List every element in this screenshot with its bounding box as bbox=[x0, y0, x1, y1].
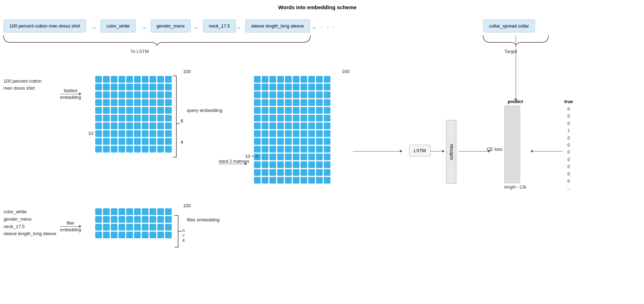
lstm-box: LSTM bbox=[409, 145, 431, 156]
filter-matrix bbox=[95, 208, 172, 238]
brace-to-lstm bbox=[4, 35, 310, 49]
combined-matrix bbox=[254, 76, 330, 184]
seq-box-4: sleeve length_long sleeve bbox=[245, 19, 310, 32]
seq-box-3: neck_17.5 bbox=[203, 19, 236, 32]
true-values-list: 0 0 0 1 0 0 0 0 0 0 0 ... bbox=[564, 106, 573, 192]
query-label: 100 percent cotton men dress shirt bbox=[4, 78, 42, 91]
filter-n-label: n = 4 bbox=[175, 215, 185, 248]
ce-loss-left-arrow bbox=[531, 151, 563, 151]
query-embedding-label: query embedding bbox=[187, 108, 222, 113]
seq-box-1: color_white bbox=[101, 19, 136, 32]
seq-box-0: 100 percent cotton men dress shirt bbox=[4, 19, 86, 32]
combined-matrix-top-label: 100 bbox=[307, 69, 384, 74]
predict-bar bbox=[504, 106, 520, 183]
filter-matrix-top-label: 100 bbox=[152, 203, 222, 208]
predict-column: predict length ~13k bbox=[504, 99, 526, 190]
stack-arrow bbox=[219, 162, 247, 164]
seq-box-5: collar_spread collar bbox=[483, 19, 535, 32]
main-title: Words into embedding scheme bbox=[0, 4, 635, 10]
query-matrix bbox=[95, 76, 172, 153]
to-lstm-label: To LSTM bbox=[130, 49, 149, 54]
seq-arrow-2: → bbox=[141, 25, 147, 31]
target-to-true-arrow bbox=[516, 35, 516, 101]
diagram-container: Words into embedding scheme 100 percent … bbox=[0, 0, 635, 290]
seq-box-2: gender_mens bbox=[151, 19, 191, 32]
combined-left-label: 10 + n bbox=[245, 154, 258, 159]
combined-to-lstm-arrow bbox=[353, 151, 402, 151]
query-matrix-left-label: 10 bbox=[88, 131, 93, 136]
lstm-to-softmax-arrow bbox=[430, 151, 444, 151]
softmax-right-arrow bbox=[458, 151, 490, 151]
target-label: Target bbox=[504, 49, 517, 54]
true-column: true 0 0 0 1 0 0 0 0 0 0 0 ... bbox=[564, 99, 573, 192]
seq-arrow-4: → bbox=[236, 25, 241, 31]
query-matrix-top-label: 100 bbox=[152, 69, 222, 74]
query-bracket: 6 4 bbox=[173, 76, 183, 158]
fasttext-label: fasttext embedding bbox=[60, 88, 81, 100]
seq-arrow-1: → bbox=[91, 25, 97, 31]
softmax-box: softmax bbox=[446, 120, 456, 184]
filter-label: color_white gender_mens neck_17.5 sleeve… bbox=[4, 208, 56, 238]
seq-dots: · · · bbox=[321, 24, 336, 30]
filter-embedding-label: filter embedding bbox=[187, 217, 220, 222]
filter-arrow-label: filter embedding bbox=[60, 221, 81, 232]
seq-arrow-3: → bbox=[193, 25, 199, 31]
seq-arrow-5: → bbox=[311, 25, 317, 31]
